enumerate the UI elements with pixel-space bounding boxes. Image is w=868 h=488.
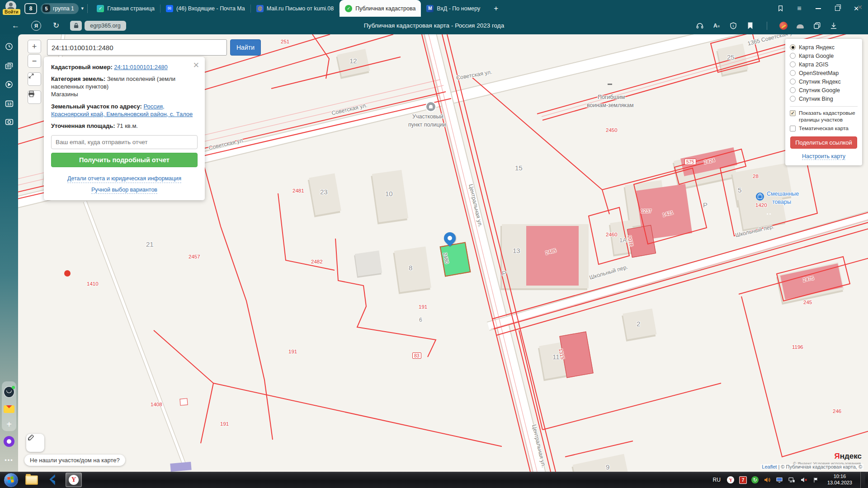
sidebar-video-play-icon[interactable] <box>4 79 14 90</box>
tray-flag-icon[interactable] <box>812 476 820 484</box>
app-taskbar-icon[interactable] <box>45 473 60 487</box>
layer-option-4[interactable]: OpenStreetMap <box>790 69 858 77</box>
radio-icon[interactable] <box>790 96 796 102</box>
map-label: товары <box>772 199 791 205</box>
tray-update-icon[interactable]: ↻ <box>751 476 759 484</box>
checkbox-icon[interactable]: ✓ <box>790 110 796 116</box>
tray-guard7-icon[interactable]: 7 <box>739 476 747 484</box>
radio-icon[interactable] <box>790 79 796 84</box>
map-label: 11 <box>552 353 560 361</box>
sidebar-dots-icon[interactable]: ••• <box>4 455 14 465</box>
map-building <box>394 247 431 292</box>
tray-yandex-tray-icon[interactable]: Y <box>727 476 735 484</box>
sidebar-mail-icon[interactable] <box>4 404 14 414</box>
sidebar-screenshot-camera-icon[interactable] <box>4 116 14 127</box>
yandex-browser-taskbar-icon[interactable]: Y <box>66 473 82 487</box>
layer-option-label: Спутник Яндекс <box>799 79 841 85</box>
zoom-out-button[interactable]: − <box>28 54 41 68</box>
close-icon[interactable]: ✕ <box>193 61 199 70</box>
layer-option-1[interactable]: Карта Яндекс <box>790 43 858 52</box>
bookmark-icon[interactable] <box>745 21 755 30</box>
map-canvas[interactable]: 12252310813152121191А56РР251245024812482… <box>18 34 868 472</box>
restore-button[interactable] <box>834 5 841 12</box>
show-desktop-button[interactable] <box>860 472 865 488</box>
collections-icon[interactable] <box>812 21 821 30</box>
map-label: Р <box>703 201 708 209</box>
map-label: 9 <box>606 463 609 471</box>
layer-option-6[interactable]: Спутник Google <box>790 86 858 94</box>
address-bar[interactable]: egrp365.org <box>85 21 126 31</box>
seal-icon[interactable] <box>779 21 788 30</box>
tray-display-icon[interactable] <box>776 476 783 484</box>
radio-icon[interactable] <box>790 53 796 59</box>
sidebar-plus-icon[interactable]: + <box>4 419 14 430</box>
tab-4[interactable]: ✓Публичная кадастрова✕ <box>340 0 421 17</box>
search-input[interactable] <box>47 39 227 56</box>
layer-option-3[interactable]: Карта 2GIS <box>790 60 858 69</box>
taskbar-clock[interactable]: 10:16 13.04.2023 <box>827 474 852 486</box>
email-field[interactable] <box>51 135 198 149</box>
shield-icon[interactable]: 1 <box>729 21 738 30</box>
start-button[interactable] <box>4 473 19 488</box>
tray-network-icon[interactable] <box>788 476 796 484</box>
bookmarks-panel-icon[interactable] <box>777 5 784 12</box>
get-report-button[interactable]: Получить подробный отчет <box>51 153 198 167</box>
translate-icon[interactable]: А≡ <box>712 21 721 30</box>
tab-group-pill[interactable]: 5 группа 1 <box>41 3 79 14</box>
profile-area[interactable]: Войти <box>0 0 20 17</box>
layer-checkbox-2[interactable]: Тематическая карта <box>790 125 858 132</box>
tab-5[interactable]: МВхД - По номеру <box>421 0 486 17</box>
headphones-icon[interactable] <box>695 21 704 30</box>
radio-icon[interactable] <box>790 44 796 50</box>
map-dot <box>64 270 71 277</box>
tab-1[interactable]: ✓Главная страница <box>91 0 160 17</box>
tab-3[interactable]: @Mail.ru Письмо от kumi.08 <box>251 0 339 17</box>
layer-option-2[interactable]: Карта Google <box>790 52 858 60</box>
tray-volume-orange-icon[interactable] <box>764 476 771 484</box>
tray-muted-icon[interactable] <box>800 476 808 484</box>
menu-icon[interactable]: ≡ <box>796 5 803 12</box>
language-indicator[interactable]: RU <box>713 477 721 483</box>
share-link-button[interactable]: Поделиться ссылкой <box>790 136 857 149</box>
login-badge[interactable]: Войти <box>3 9 20 15</box>
manual-select-link[interactable]: Ручной выбор вариантов <box>91 186 157 194</box>
draw-measure-button[interactable] <box>26 434 44 452</box>
search-button[interactable]: Найти <box>230 39 261 56</box>
zoom-in-button[interactable]: + <box>28 40 41 53</box>
yandex-home-icon[interactable]: Я <box>31 21 41 31</box>
fullscreen-button[interactable] <box>28 72 41 86</box>
download-icon[interactable] <box>829 21 838 30</box>
sidebar-panels-icon[interactable] <box>4 61 14 72</box>
tab-label: Mail.ru Письмо от kumi.08 <box>267 5 334 12</box>
map-label: 21 <box>146 240 154 248</box>
tab-2[interactable]: ✉(46) Входящие - Почта Ма <box>160 0 250 17</box>
sidebar-alice-icon[interactable] <box>4 436 14 447</box>
print-button[interactable] <box>28 90 41 104</box>
refresh-icon[interactable]: ↻ <box>53 21 59 30</box>
radio-icon[interactable] <box>790 87 796 93</box>
sidebar-history-clock-icon[interactable] <box>4 41 14 52</box>
configure-map-link[interactable]: Настроить карту <box>802 153 845 160</box>
checkbox-icon[interactable] <box>790 126 796 131</box>
chevron-down-icon[interactable]: ▾ <box>81 5 84 11</box>
map-label: 6 <box>419 317 422 323</box>
radio-icon[interactable] <box>790 70 796 76</box>
minimize-button[interactable] <box>815 5 822 12</box>
tab-count-badge[interactable]: 8 <box>24 3 37 14</box>
map-label: Р <box>502 269 506 277</box>
report-details-link[interactable]: Детали отчета и юридическая информация <box>67 175 181 183</box>
new-tab-button[interactable]: + <box>490 3 502 14</box>
checkbox-label: Показать кадастровые границы участков <box>799 110 858 123</box>
layer-checkbox-1[interactable]: ✓Показать кадастровые границы участков <box>790 110 858 123</box>
back-icon[interactable]: ← <box>12 21 19 30</box>
sidebar-messenger-icon[interactable] <box>4 386 14 397</box>
layer-option-7[interactable]: Спутник Bing <box>790 94 858 103</box>
explorer-taskbar-icon[interactable] <box>24 473 39 487</box>
leaflet-link[interactable]: Leaflet <box>762 464 777 469</box>
cadastral-number-link[interactable]: 24:11:0100101:2480 <box>114 64 167 70</box>
sidebar-calendar-icon[interactable]: 13 <box>4 98 14 109</box>
lock-icon[interactable] <box>70 21 82 31</box>
radio-icon[interactable] <box>790 61 796 67</box>
ext-icon[interactable] <box>796 21 805 30</box>
layer-option-5[interactable]: Спутник Яндекс <box>790 77 858 86</box>
